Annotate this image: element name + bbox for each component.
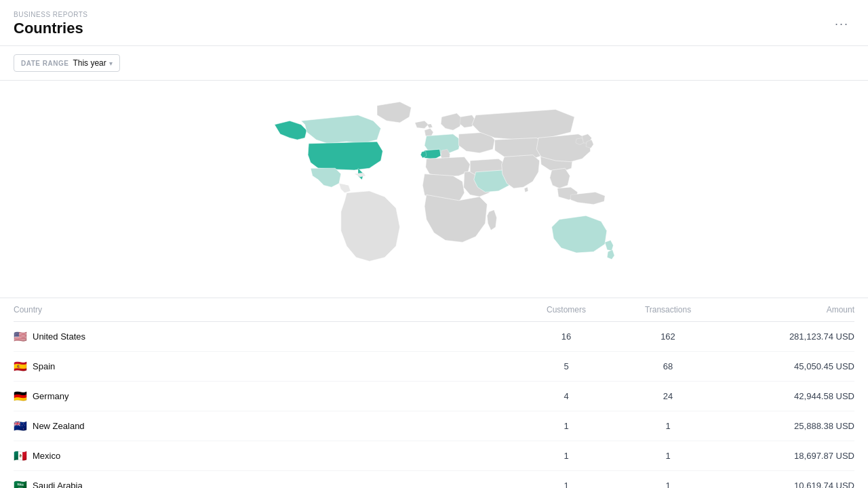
country-cell: 🇲🇽 Mexico <box>14 449 515 462</box>
country-name: Spain <box>33 361 55 371</box>
world-map-container <box>0 81 868 298</box>
column-header-amount: Amount <box>719 305 854 314</box>
country-flag: 🇳🇿 <box>14 420 27 432</box>
country-name: Germany <box>33 391 68 401</box>
country-flag: 🇪🇸 <box>14 360 27 373</box>
table-row: 🇸🇦 Saudi Arabia 1 1 10,619.74 USD <box>14 471 854 488</box>
column-header-customers: Customers <box>515 305 617 314</box>
amount-cell: 281,123.74 USD <box>719 331 854 342</box>
country-flag: 🇲🇽 <box>14 449 27 462</box>
amount-cell: 42,944.58 USD <box>719 391 854 401</box>
customers-cell: 1 <box>515 481 617 488</box>
country-name: New Zealand <box>33 421 85 431</box>
page-header: BUSINESS REPORTS Countries ··· <box>0 0 868 46</box>
customers-cell: 4 <box>515 391 617 401</box>
country-flag: 🇺🇸 <box>14 330 27 343</box>
transactions-cell: 68 <box>617 361 719 371</box>
data-table: Country Customers Transactions Amount 🇺🇸… <box>0 298 868 488</box>
column-header-country: Country <box>14 305 515 314</box>
date-range-label: DATE RANGE <box>21 60 68 67</box>
table-body: 🇺🇸 United States 16 162 281,123.74 USD 🇪… <box>14 322 854 488</box>
date-range-button[interactable]: DATE RANGE This year ▾ <box>14 54 120 72</box>
customers-cell: 5 <box>515 361 617 371</box>
table-row: 🇳🇿 New Zealand 1 1 25,888.38 USD <box>14 411 854 441</box>
column-header-transactions: Transactions <box>617 305 719 314</box>
customers-cell: 16 <box>515 331 617 342</box>
world-map <box>14 94 854 284</box>
business-reports-label: BUSINESS REPORTS <box>14 11 88 18</box>
chevron-down-icon: ▾ <box>109 60 113 67</box>
toolbar: DATE RANGE This year ▾ <box>0 46 868 81</box>
amount-cell: 45,050.45 USD <box>719 361 854 371</box>
country-cell: 🇳🇿 New Zealand <box>14 420 515 432</box>
transactions-cell: 1 <box>617 421 719 431</box>
amount-cell: 25,888.38 USD <box>719 421 854 431</box>
country-name: Saudi Arabia <box>33 481 83 488</box>
country-cell: 🇪🇸 Spain <box>14 360 515 373</box>
table-row: 🇲🇽 Mexico 1 1 18,697.87 USD <box>14 441 854 471</box>
transactions-cell: 1 <box>617 481 719 488</box>
table-row: 🇩🇪 Germany 4 24 42,944.58 USD <box>14 382 854 411</box>
page-title: Countries <box>14 20 88 37</box>
country-flag: 🇸🇦 <box>14 479 27 488</box>
country-cell: 🇸🇦 Saudi Arabia <box>14 479 515 488</box>
amount-cell: 10,619.74 USD <box>719 481 854 488</box>
table-row: 🇺🇸 United States 16 162 281,123.74 USD <box>14 322 854 352</box>
country-cell: 🇩🇪 Germany <box>14 390 515 403</box>
transactions-cell: 1 <box>617 451 719 461</box>
date-range-value: This year <box>73 58 106 68</box>
transactions-cell: 24 <box>617 391 719 401</box>
transactions-cell: 162 <box>617 331 719 342</box>
country-name: United States <box>33 331 85 342</box>
customers-cell: 1 <box>515 421 617 431</box>
table-header: Country Customers Transactions Amount <box>14 298 854 322</box>
customers-cell: 1 <box>515 451 617 461</box>
country-name: Mexico <box>33 451 60 461</box>
amount-cell: 18,697.87 USD <box>719 451 854 461</box>
table-row: 🇪🇸 Spain 5 68 45,050.45 USD <box>14 352 854 382</box>
more-options-button[interactable]: ··· <box>829 14 854 34</box>
country-cell: 🇺🇸 United States <box>14 330 515 343</box>
country-flag: 🇩🇪 <box>14 390 27 403</box>
header-left: BUSINESS REPORTS Countries <box>14 11 88 37</box>
